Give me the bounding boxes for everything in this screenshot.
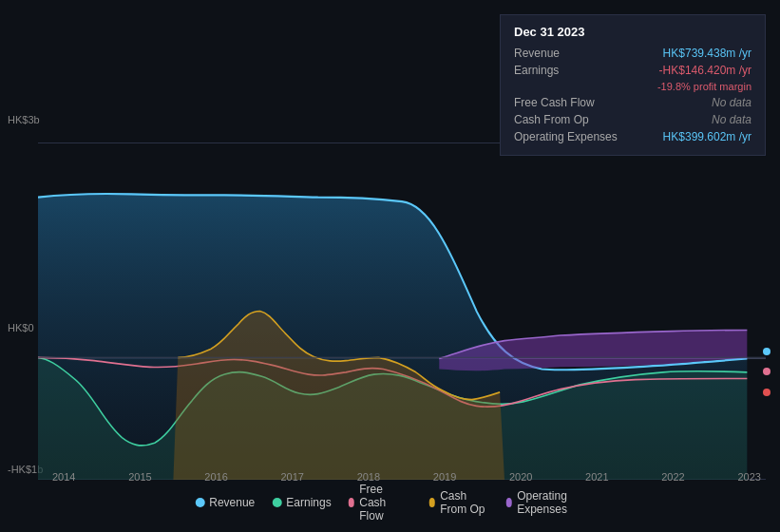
legend-label-earnings: Earnings (286, 496, 331, 509)
right-dot-earnings (763, 389, 770, 396)
tooltip-row-fcf: Free Cash Flow No data (514, 94, 751, 111)
x-label-2020: 2020 (509, 471, 532, 483)
legend-item-opex: Operating Expenses (506, 489, 585, 516)
legend-label-opex: Operating Expenses (517, 489, 585, 516)
legend-dot-cashfromop (429, 498, 436, 507)
tooltip-row-opex: Operating Expenses HK$399.602m /yr (514, 128, 751, 145)
y-label-mid: HK$0 (8, 322, 34, 333)
x-label-2015: 2015 (128, 471, 151, 483)
x-label-2023: 2023 (737, 471, 760, 483)
chart-container: HK$3b HK$0 -HK$1b (0, 142, 780, 480)
tooltip-panel: Dec 31 2023 Revenue HK$739.438m /yr Earn… (500, 14, 766, 156)
tooltip-date: Dec 31 2023 (514, 25, 751, 39)
tooltip-label-cashfromop: Cash From Op (514, 113, 618, 126)
y-label-top: HK$3b (8, 114, 40, 125)
legend-dot-fcf (349, 498, 355, 507)
chart-svg (38, 142, 766, 480)
legend-label-fcf: Free Cash Flow (359, 483, 411, 522)
x-label-2019: 2019 (433, 471, 456, 483)
tooltip-label-earnings: Earnings (514, 64, 618, 77)
right-dot-revenue (763, 348, 770, 355)
x-label-2014: 2014 (52, 471, 75, 483)
x-label-2018: 2018 (357, 471, 380, 483)
chart-legend: Revenue Earnings Free Cash Flow Cash Fro… (195, 483, 585, 522)
x-label-2021: 2021 (585, 471, 608, 483)
legend-item-earnings: Earnings (272, 496, 331, 509)
legend-dot-revenue (195, 498, 204, 507)
legend-item-revenue: Revenue (195, 496, 255, 509)
x-axis: 2014 2015 2016 2017 2018 2019 2020 2021 … (52, 471, 761, 483)
x-label-2022: 2022 (661, 471, 684, 483)
tooltip-row-cashfromop: Cash From Op No data (514, 111, 751, 128)
tooltip-value-fcf: No data (712, 96, 751, 109)
tooltip-value-revenue: HK$739.438m /yr (663, 47, 751, 60)
x-label-2017: 2017 (280, 471, 303, 483)
tooltip-label-opex: Operating Expenses (514, 130, 618, 143)
legend-dot-opex (506, 498, 513, 507)
tooltip-label-revenue: Revenue (514, 47, 618, 60)
legend-item-fcf: Free Cash Flow (349, 483, 412, 522)
x-label-2016: 2016 (204, 471, 227, 483)
tooltip-value-cashfromop: No data (712, 113, 751, 126)
legend-dot-earnings (272, 498, 281, 507)
right-dot-fcf (763, 368, 770, 375)
tooltip-label-fcf: Free Cash Flow (514, 96, 618, 109)
tooltip-value-margin: -19.8% profit margin (657, 81, 751, 92)
legend-item-cashfromop: Cash From Op (429, 489, 489, 516)
tooltip-row-revenue: Revenue HK$739.438m /yr (514, 45, 751, 62)
legend-label-revenue: Revenue (209, 496, 255, 509)
legend-label-cashfromop: Cash From Op (440, 489, 488, 516)
tooltip-row-margin: -19.8% profit margin (514, 79, 751, 94)
tooltip-value-opex: HK$399.602m /yr (663, 130, 751, 143)
tooltip-value-earnings: -HK$146.420m /yr (659, 64, 751, 77)
tooltip-row-earnings: Earnings -HK$146.420m /yr (514, 62, 751, 79)
